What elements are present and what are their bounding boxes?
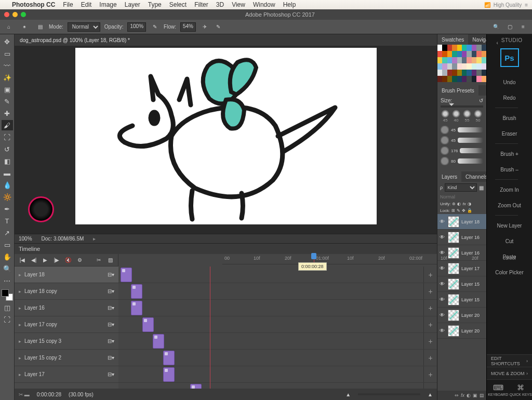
track-label[interactable]: ▸Layer 15 copy 2⊟▾ <box>15 350 118 366</box>
swatch[interactable] <box>462 45 467 51</box>
visibility-icon[interactable]: 👁 <box>440 234 446 240</box>
timeline-fps[interactable]: (30.00 fps) <box>69 392 94 397</box>
new-group-icon[interactable]: ▣ <box>473 393 477 398</box>
swatch[interactable] <box>442 63 447 70</box>
workspace-icon[interactable]: ▢ <box>505 22 514 32</box>
studio-shortcut[interactable]: Eraser <box>495 126 523 141</box>
track-lane[interactable] <box>118 266 423 283</box>
studio-back-icon[interactable]: ‹ <box>496 40 498 46</box>
studio-shortcut[interactable]: New Layer <box>495 218 523 233</box>
track-lane[interactable] <box>118 333 423 349</box>
layer-row[interactable]: 👁Layer 15 <box>437 276 486 292</box>
track-add-button[interactable]: + <box>423 366 437 382</box>
canvas[interactable] <box>75 48 377 224</box>
lock-position-icon[interactable]: ✥ <box>462 208 466 213</box>
visibility-icon[interactable]: 👁 <box>440 265 446 271</box>
track-options-icon[interactable]: ⊟▾ <box>108 355 114 361</box>
crop-tool[interactable]: ▣ <box>2 84 13 95</box>
eyedropper-tool[interactable]: ✎ <box>2 96 13 106</box>
airbrush-icon[interactable]: ✈ <box>200 22 209 32</box>
studio-shortcut[interactable]: Cut <box>495 233 523 249</box>
swatches-grid[interactable] <box>437 45 486 82</box>
track-label[interactable]: ▸Layer 18⊟▾ <box>15 266 118 283</box>
track-options-icon[interactable]: ⊟▾ <box>108 305 114 311</box>
track-label[interactable]: ▸Layer 18 copy⊟▾ <box>15 283 118 299</box>
swatch[interactable] <box>457 57 462 63</box>
brush-reset-icon[interactable]: ↺ <box>479 98 483 103</box>
studio-shortcut[interactable]: Color Picker <box>495 264 523 280</box>
timeline-zoom-out[interactable]: ▲ <box>345 392 351 397</box>
swatch[interactable] <box>482 63 486 70</box>
swatch[interactable] <box>457 76 462 82</box>
menu-view[interactable]: View <box>232 1 245 8</box>
brush-thumb[interactable]: 55 <box>462 110 472 123</box>
layer-row[interactable]: 👁Layer 18 <box>437 214 486 230</box>
window-minimize-button[interactable] <box>12 12 18 17</box>
timeline-transition[interactable]: ▨ <box>107 256 114 264</box>
lock-transparency-icon[interactable]: ⊞ <box>451 208 455 213</box>
visibility-icon[interactable]: 👁 <box>440 250 446 256</box>
brush-preset-row[interactable]: 80 <box>441 156 483 166</box>
studio-shortcut[interactable]: Brush <box>495 110 523 126</box>
visibility-icon[interactable]: 👁 <box>440 219 446 224</box>
swatch[interactable] <box>482 57 486 63</box>
swatch[interactable] <box>476 76 481 82</box>
swatch[interactable] <box>476 51 481 57</box>
swatch[interactable] <box>462 63 467 70</box>
swatch[interactable] <box>457 70 462 76</box>
hand-tool[interactable]: ✋ <box>2 251 13 262</box>
swatch[interactable] <box>452 57 457 63</box>
swatch[interactable] <box>482 51 486 57</box>
swatch[interactable] <box>447 76 452 82</box>
swatch[interactable] <box>437 51 442 57</box>
swatch[interactable] <box>442 45 447 51</box>
track-add-button[interactable]: + <box>423 383 437 389</box>
unify-position-icon[interactable]: ⊕ <box>452 202 456 206</box>
path-tool[interactable]: ↗ <box>2 228 13 238</box>
timeline-play[interactable]: ▶ <box>42 256 49 264</box>
lock-all-icon[interactable]: 🔒 <box>467 208 472 213</box>
brush-thumb[interactable]: 50 <box>473 110 483 123</box>
layer-fx-icon[interactable]: fx <box>461 393 464 398</box>
timeline-tab[interactable]: Timeline <box>15 244 437 254</box>
track-lane[interactable] <box>118 300 423 316</box>
swatch[interactable] <box>476 45 481 51</box>
track-label[interactable]: ▸Layer 17 copy⊟▾ <box>15 316 118 332</box>
track-add-button[interactable]: + <box>423 283 437 299</box>
menu-type[interactable]: Type <box>148 1 162 8</box>
zoom-tool[interactable]: 🔍 <box>2 263 13 274</box>
shape-tool[interactable]: ▭ <box>2 239 13 250</box>
track-label[interactable] <box>15 383 118 389</box>
timeline-clip[interactable] <box>153 334 164 349</box>
swatch[interactable] <box>437 76 442 82</box>
swatch[interactable] <box>442 57 447 63</box>
window-close-button[interactable] <box>4 12 9 17</box>
color-fgbg[interactable] <box>2 289 13 301</box>
studio-shortcut[interactable]: Zoom Out <box>495 197 523 213</box>
layer-row[interactable]: 👁Layer 16 <box>437 230 486 245</box>
studio-shortcut[interactable]: Redo <box>495 90 523 105</box>
swatch[interactable] <box>472 51 476 57</box>
move-tool[interactable]: ✥ <box>2 36 13 47</box>
track-label[interactable]: ▸Layer 16⊟▾ <box>15 300 118 316</box>
swatch[interactable] <box>467 70 471 76</box>
track-lane[interactable] <box>118 283 423 299</box>
timeline-settings[interactable]: ⚙ <box>76 256 83 264</box>
swatch[interactable] <box>457 51 462 57</box>
swatch[interactable] <box>472 57 476 63</box>
pen-tool[interactable]: ✒ <box>2 204 13 214</box>
lock-pixels-icon[interactable]: ✎ <box>457 208 460 213</box>
layer-row[interactable]: 👁Layer 20 <box>437 323 486 339</box>
track-options-icon[interactable]: ⊟▾ <box>108 288 114 294</box>
track-lane[interactable] <box>118 383 423 389</box>
visibility-icon[interactable]: 👁 <box>440 281 446 287</box>
menu-edit[interactable]: Edit <box>81 1 92 8</box>
track-options-icon[interactable]: ⊟▾ <box>108 322 114 327</box>
zoom-level[interactable]: 100% <box>19 236 32 242</box>
gradient-tool[interactable]: ▬ <box>2 168 13 178</box>
swatch[interactable] <box>437 45 442 51</box>
swatch[interactable] <box>467 51 471 57</box>
menu-filter[interactable]: Filter <box>194 1 208 8</box>
brush-tip-thumbs[interactable]: 45405550 <box>441 110 483 123</box>
timeline-clip[interactable] <box>163 367 175 382</box>
